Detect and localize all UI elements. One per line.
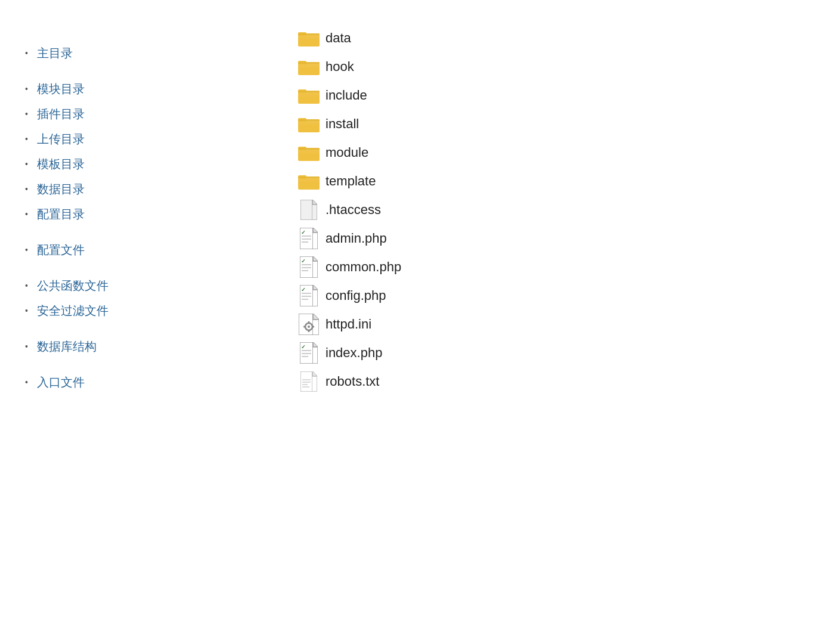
svg-rect-24	[300, 200, 312, 220]
svg-text:✓: ✓	[301, 287, 306, 293]
svg-text:✓: ✓	[301, 258, 306, 264]
menu-item: 上传目录	[24, 126, 250, 151]
menu-item: 公共函数文件	[24, 273, 250, 298]
menu-item: 模块目录	[24, 76, 250, 101]
file-item: ✓ config.php	[298, 281, 828, 310]
php-file-icon: ✓	[298, 285, 320, 306]
file-item: .htaccess	[298, 196, 828, 224]
svg-text:✓: ✓	[301, 230, 306, 235]
menu-item: 模板目录	[24, 151, 250, 176]
file-item: include	[298, 81, 828, 110]
folder-icon	[298, 142, 320, 163]
file-name: install	[326, 116, 359, 132]
file-item: template	[298, 167, 828, 196]
svg-rect-19	[298, 148, 320, 150]
file-list: data hook include	[298, 24, 828, 396]
file-item: install	[298, 110, 828, 138]
file-item: ✓ common.php	[298, 253, 828, 281]
svg-rect-7	[298, 62, 320, 64]
plain-file-icon	[298, 199, 320, 221]
menu-list: 主目录模块目录插件目录上传目录模板目录数据目录配置目录配置文件公共函数文件安全过…	[24, 41, 250, 395]
file-name: hook	[326, 59, 354, 75]
file-name: template	[326, 173, 376, 189]
menu-item: 配置目录	[24, 202, 250, 227]
file-item: ✓ index.php	[298, 339, 828, 367]
svg-rect-43	[308, 321, 310, 324]
svg-rect-45	[303, 326, 306, 328]
menu-item: 数据库结构	[24, 334, 250, 359]
file-name: index.php	[326, 345, 382, 361]
menu-item: 配置文件	[24, 237, 250, 262]
file-name: module	[326, 145, 368, 160]
file-name: include	[326, 88, 367, 103]
right-panel: data hook include	[262, 18, 828, 402]
menu-item: 数据目录	[24, 176, 250, 202]
svg-point-42	[308, 326, 310, 328]
svg-rect-52	[300, 371, 312, 392]
php-file-icon: ✓	[298, 342, 320, 364]
file-item: httpd.ini	[298, 310, 828, 339]
file-item: hook	[298, 52, 828, 81]
menu-item: 安全过滤文件	[24, 298, 250, 323]
file-item: data	[298, 24, 828, 52]
left-panel: 主目录模块目录插件目录上传目录模板目录数据目录配置目录配置文件公共函数文件安全过…	[12, 18, 262, 402]
folder-icon	[298, 56, 320, 78]
folder-icon	[298, 171, 320, 192]
svg-rect-46	[312, 326, 315, 328]
file-name: robots.txt	[326, 374, 379, 389]
file-item: ✓ admin.php	[298, 224, 828, 253]
folder-icon	[298, 85, 320, 106]
file-item: robots.txt	[298, 367, 828, 396]
gear-file-icon	[298, 314, 320, 335]
file-name: .htaccess	[326, 202, 381, 218]
svg-rect-44	[308, 330, 310, 333]
file-name: config.php	[326, 288, 386, 303]
menu-item: 入口文件	[24, 370, 250, 395]
php-file-icon: ✓	[298, 256, 320, 278]
file-name: httpd.ini	[326, 317, 371, 332]
file-name: data	[326, 30, 351, 46]
file-name: common.php	[326, 259, 401, 275]
folder-icon	[298, 113, 320, 135]
folder-icon	[298, 27, 320, 49]
svg-rect-3	[298, 33, 320, 35]
php-file-icon: ✓	[298, 228, 320, 249]
svg-text:✓: ✓	[301, 344, 306, 350]
txt-file-icon	[298, 371, 320, 392]
file-name: admin.php	[326, 231, 387, 246]
svg-rect-23	[298, 176, 320, 178]
file-item: module	[298, 138, 828, 167]
svg-rect-15	[298, 119, 320, 121]
menu-item: 插件目录	[24, 101, 250, 126]
menu-item: 主目录	[24, 41, 250, 66]
svg-rect-11	[298, 91, 320, 92]
